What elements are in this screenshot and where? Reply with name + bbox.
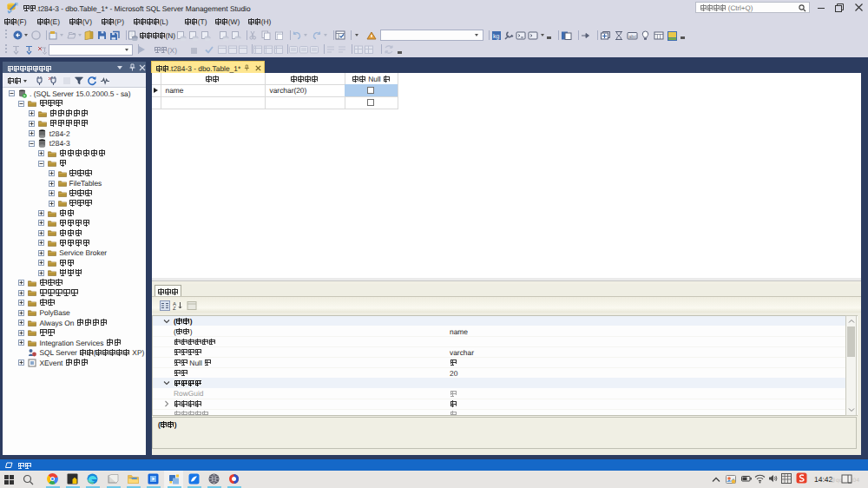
svg-text:kg: kg bbox=[493, 33, 500, 40]
svg-text:Z: Z bbox=[173, 306, 176, 311]
svg-text:abc: abc bbox=[628, 35, 636, 40]
